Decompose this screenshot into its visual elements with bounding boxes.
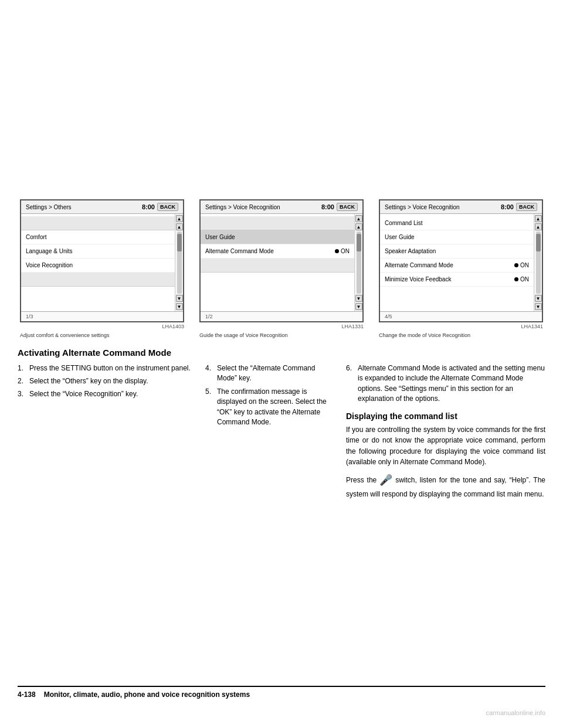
left-col: Activating Alternate Command Mode 1. Pre… (18, 347, 194, 504)
screen3-scroll-down[interactable]: ▼ (535, 295, 542, 302)
screen2-item-2-toggle: ON (335, 248, 350, 254)
right-col: 6. Alternate Command Mode is activated a… (346, 347, 545, 504)
screen-image-1: Settings > Others 8:00 BACK Comfort Lang… (20, 199, 184, 322)
screen3-scroll-track (536, 232, 541, 294)
screen1-item-1-label: Comfort (26, 234, 47, 240)
screen2-scroll-up2[interactable]: ▲ (355, 223, 362, 230)
left-steps-list: 1. Press the SETTING button on the instr… (18, 363, 194, 400)
screen3-page-indicator: 4/5 (385, 314, 392, 319)
screen3-item-1-label: User Guide (385, 234, 415, 240)
right-para-2-prefix: Press the (346, 476, 377, 484)
screen1-item-2[interactable]: Language & Units (21, 244, 175, 258)
screen2-page-indicator: 1/2 (205, 314, 213, 319)
screen3-item-4[interactable]: Minimize Voice Feedback ON (380, 273, 534, 287)
screen1-scroll-up[interactable]: ▲ (176, 215, 183, 222)
screen3-item-0-label: Command List (385, 220, 422, 226)
screen3-time: 8:00 (501, 203, 514, 210)
left-step-2-text: Select the “Others” key on the display. (29, 376, 148, 386)
screen1-item-4 (21, 273, 175, 287)
screen1-caption: Adjust comfort & convenience settings (18, 331, 186, 340)
screen3-item-0[interactable]: Command List (380, 216, 534, 230)
screen2-list: User Guide Alternate Command Mode ON (201, 214, 354, 311)
screen2-on-label: ON (341, 248, 350, 254)
screen3-item-1[interactable]: User Guide (380, 230, 534, 244)
right-step-6-num: 6. (346, 363, 354, 404)
screenshots-row: Settings > Others 8:00 BACK Comfort Lang… (18, 199, 545, 340)
screen2-scroll-down[interactable]: ▼ (355, 295, 362, 302)
screen-block-1: Settings > Others 8:00 BACK Comfort Lang… (18, 199, 186, 340)
screen3-item-3-label: Alternate Command Mode (385, 262, 453, 268)
screen2-item-1[interactable]: User Guide (201, 230, 354, 244)
middle-step-4-num: 4. (205, 363, 213, 384)
screen2-time: 8:00 (321, 203, 334, 210)
right-step-6-list: 6. Alternate Command Mode is activated a… (346, 363, 545, 404)
screen3-back-btn[interactable]: BACK (516, 203, 537, 211)
middle-col: 4. Select the “Alternate Command Mode” k… (205, 347, 334, 504)
screen3-item-4-label: Minimize Voice Feedback (385, 276, 451, 283)
screen1-back-btn[interactable]: BACK (157, 203, 178, 211)
screen2-lha: LHA1331 (197, 322, 366, 331)
page-footer: 4-138 Monitor, climate, audio, phone and… (18, 686, 545, 699)
screen1-time-back: 8:00 BACK (142, 203, 178, 211)
screen1-list: Comfort Language & Units Voice Recogniti… (21, 214, 175, 311)
screen-image-3: Settings > Voice Recognition 8:00 BACK C… (379, 199, 543, 322)
screen3-item-2[interactable]: Speaker Adaptation (380, 244, 534, 258)
left-step-1-text: Press the SETTING button on the instrume… (29, 363, 191, 373)
screen2-scroll-thumb (357, 234, 361, 251)
displaying-subtitle: Displaying the command list (346, 411, 545, 421)
screen1-body: Comfort Language & Units Voice Recogniti… (21, 214, 183, 311)
screen3-item-3[interactable]: Alternate Command Mode ON (380, 258, 534, 273)
screen2-scroll-up[interactable]: ▲ (355, 215, 362, 222)
left-step-3-text: Select the “Voice Recognition” key. (29, 389, 138, 399)
screen1-scroll-thumb (177, 234, 182, 251)
right-step-6: 6. Alternate Command Mode is activated a… (346, 363, 545, 404)
screen3-lha: LHA1341 (377, 322, 545, 331)
screen3-time-back: 8:00 BACK (501, 203, 537, 211)
left-step-1: 1. Press the SETTING button on the instr… (18, 363, 194, 373)
screen1-footer: 1/3 (21, 311, 183, 321)
screen1-item-2-label: Language & Units (26, 248, 73, 254)
watermark: carmanualonline.info (486, 709, 545, 716)
screen2-item-2[interactable]: Alternate Command Mode ON (201, 244, 354, 258)
screen2-dot (335, 249, 339, 253)
screen2-footer: 1/2 (201, 311, 362, 321)
screen-header-2: Settings > Voice Recognition 8:00 BACK (201, 200, 362, 214)
screen2-breadcrumb: Settings > Voice Recognition (205, 204, 280, 210)
screen3-item-4-toggle: ON (514, 276, 529, 283)
screen1-breadcrumb: Settings > Others (26, 204, 72, 210)
screen1-item-3[interactable]: Voice Recognition (21, 258, 175, 273)
screen-image-2: Settings > Voice Recognition 8:00 BACK U… (199, 199, 364, 322)
screen3-scroll-up2[interactable]: ▲ (535, 223, 542, 230)
screen1-scroll-down[interactable]: ▼ (176, 295, 183, 302)
screen3-scroll-thumb (536, 234, 541, 251)
footer-page-num: 4-138 (18, 690, 36, 699)
screen2-item-3 (201, 258, 354, 273)
screen-header-1: Settings > Others 8:00 BACK (21, 200, 183, 214)
middle-steps-list: 4. Select the “Alternate Command Mode” k… (205, 363, 334, 427)
screen2-scrollbar: ▲ ▲ ▼ ▼ (354, 214, 362, 311)
middle-step-4: 4. Select the “Alternate Command Mode” k… (205, 363, 334, 384)
screen3-scrollbar: ▲ ▲ ▼ ▼ (534, 214, 542, 311)
screen3-scroll-down2[interactable]: ▼ (535, 303, 542, 310)
screen2-scroll-track (357, 232, 361, 294)
right-para-1: If you are controlling the system by voi… (346, 424, 545, 468)
screen2-item-0 (201, 216, 354, 230)
screen2-scroll-down2[interactable]: ▼ (355, 303, 362, 310)
screen1-item-0 (21, 216, 175, 230)
screen3-footer: 4/5 (380, 311, 542, 321)
screen1-scroll-up2[interactable]: ▲ (176, 223, 183, 230)
screen-block-2: Settings > Voice Recognition 8:00 BACK U… (197, 199, 366, 340)
screen1-scroll-down2[interactable]: ▼ (176, 303, 183, 310)
screen2-back-btn[interactable]: BACK (337, 203, 358, 211)
screen2-time-back: 8:00 BACK (321, 203, 358, 211)
footer-text: Monitor, climate, audio, phone and voice… (44, 690, 250, 699)
content-section: Activating Alternate Command Mode 1. Pre… (18, 345, 545, 504)
middle-step-5: 5. The confirmation message is displayed… (205, 387, 334, 428)
screen2-caption: Guide the usage of Voice Recognition (197, 331, 366, 340)
screen1-item-1[interactable]: Comfort (21, 230, 175, 244)
screen3-item-2-label: Speaker Adaptation (385, 248, 436, 254)
screen1-item-3-label: Voice Recognition (26, 262, 73, 268)
screen3-caption: Change the mode of Voice Recognition (377, 331, 545, 340)
screen2-item-1-label: User Guide (205, 234, 235, 240)
screen3-scroll-up[interactable]: ▲ (535, 215, 542, 222)
